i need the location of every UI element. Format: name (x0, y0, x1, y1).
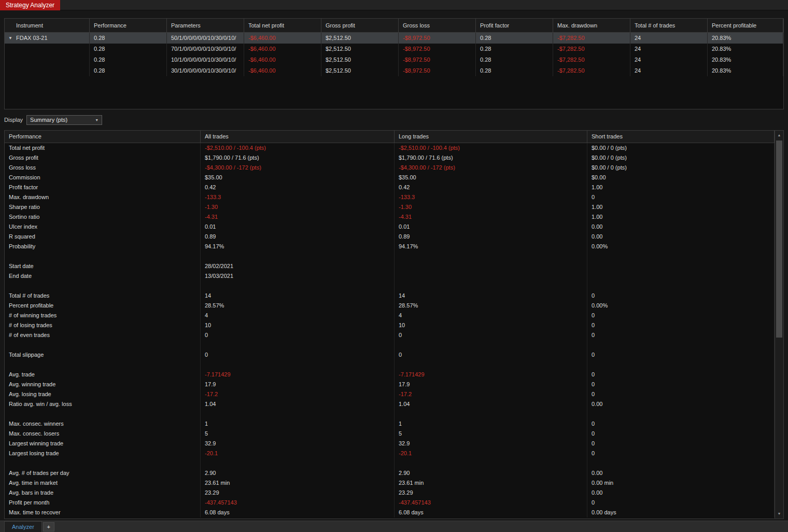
gross-loss-cell: -$8,972.50 (399, 33, 476, 44)
all-trades-value: 0 (201, 330, 395, 340)
instrument-cell: ▼FDAX 03-21 (5, 33, 90, 44)
all-trades-value: 10 (201, 320, 395, 330)
short-trades-value: 0 (587, 192, 775, 202)
all-trades-value: 28.57% (201, 301, 395, 311)
total-net-profit-cell: -$6,460.00 (244, 54, 321, 65)
metric-label: Max. time to recover (5, 508, 201, 517)
optimizer-row[interactable]: 0.2870/1/0/0/0/0/0/10/30/0/10/-$6,460.00… (5, 44, 783, 54)
short-trades-value: $0.00 / 0 (pts) (587, 143, 775, 153)
column-header-gross-profit[interactable]: Gross profit (321, 19, 399, 32)
performance-cell: 0.28 (90, 33, 167, 44)
long-trades-value: -1.30 (395, 202, 587, 212)
all-trades-value: 32.9 (201, 439, 395, 449)
strategy-analyzer-window: Strategy Analyzer Instrument Performance… (0, 0, 788, 532)
total-net-profit-cell: -$6,460.00 (244, 33, 321, 44)
summary-row: Max. consec. losers550 (5, 429, 775, 439)
optimizer-rows: ▼FDAX 03-210.2850/1/0/0/0/0/0/10/30/0/10… (5, 33, 783, 76)
profit-factor-cell: 0.28 (476, 54, 553, 65)
all-trades-value: 13/03/2021 (201, 271, 395, 281)
metric-label: Avg. winning trade (5, 380, 201, 389)
metric-label: Start date (5, 261, 201, 271)
column-header-max-drawdown[interactable]: Max. drawdown (553, 19, 630, 32)
bottom-tab-bar: Analyzer + (0, 521, 788, 532)
long-trades-value: 10 (395, 320, 587, 330)
summary-column-long-trades: Long trades (395, 131, 587, 143)
long-trades-value: 17.9 (395, 380, 587, 389)
instrument-label: FDAX 03-21 (16, 33, 48, 44)
percent-profitable-cell: 20.83% (708, 65, 783, 76)
short-trades-value: 0.00% (587, 242, 775, 251)
scroll-up-icon[interactable]: ▲ (775, 131, 783, 139)
summary-row: Gross profit$1,790.00 / 71.6 (pts)$1,790… (5, 153, 775, 163)
performance-summary-panel: Performance All trades Long trades Short… (4, 130, 784, 519)
optimization-results-panel: Instrument Performance Parameters Total … (4, 18, 784, 109)
max-drawdown-cell: -$7,282.50 (553, 44, 630, 54)
percent-profitable-cell: 20.83% (708, 33, 783, 44)
metric-label: # of winning trades (5, 311, 201, 320)
collapse-row-icon[interactable]: ▼ (5, 33, 16, 44)
long-trades-value: -133.3 (395, 192, 587, 202)
column-header-total-trades[interactable]: Total # of trades (630, 19, 708, 32)
column-header-parameters[interactable]: Parameters (167, 19, 244, 32)
summary-spacer-row (5, 281, 775, 291)
long-trades-value: 4 (395, 311, 587, 320)
all-trades-value: 23.61 min (201, 478, 395, 488)
long-trades-value: 28.57% (395, 301, 587, 311)
long-trades-value: 0.01 (395, 222, 587, 232)
long-trades-value: 1.04 (395, 399, 587, 409)
all-trades-value: 17.9 (201, 380, 395, 389)
column-header-percent-profitable[interactable]: Percent profitable (708, 19, 783, 32)
column-header-gross-loss[interactable]: Gross loss (399, 19, 476, 32)
all-trades-value (201, 458, 395, 468)
metric-label: Profit factor (5, 183, 201, 192)
long-trades-value (395, 261, 587, 271)
column-header-instrument[interactable]: Instrument (5, 19, 90, 32)
short-trades-value: 0 (587, 330, 775, 340)
metric-label: Avg. # of trades per day (5, 468, 201, 478)
short-trades-value (587, 251, 775, 261)
add-tab-button[interactable]: + (43, 522, 54, 531)
all-trades-value: -20.1 (201, 449, 395, 458)
tab-analyzer[interactable]: Analyzer (4, 521, 42, 532)
column-header-performance[interactable]: Performance (90, 19, 167, 32)
summary-row: Ulcer index0.010.010.00 (5, 222, 775, 232)
summary-row: Max. consec. winners110 (5, 419, 775, 429)
scroll-thumb[interactable] (776, 141, 782, 338)
gross-loss-cell: -$8,972.50 (399, 65, 476, 76)
short-trades-value (587, 458, 775, 468)
optimizer-row[interactable]: 0.2810/1/0/0/0/0/0/10/30/0/10/-$6,460.00… (5, 54, 783, 65)
optimizer-header-row: Instrument Performance Parameters Total … (5, 19, 783, 33)
summary-row: R squared0.890.890.00 (5, 232, 775, 242)
short-trades-value (587, 261, 775, 271)
summary-header-row: Performance All trades Long trades Short… (5, 131, 775, 143)
metric-label: Max. consec. losers (5, 429, 201, 439)
short-trades-value: $0.00 (587, 173, 775, 183)
vertical-scrollbar[interactable]: ▲ ▼ (775, 131, 783, 519)
summary-row: Sharpe ratio-1.30-1.301.00 (5, 202, 775, 212)
performance-cell: 0.28 (90, 44, 167, 54)
percent-profitable-cell: 20.83% (708, 54, 783, 65)
long-trades-value: 6.08 days (395, 508, 587, 517)
metric-label: Probability (5, 242, 201, 251)
short-trades-value: 0.00 (587, 488, 775, 498)
summary-column-performance: Performance (5, 131, 201, 143)
metric-label: Sortino ratio (5, 212, 201, 222)
display-dropdown[interactable]: Summary (pts) ▼ (26, 115, 102, 125)
profit-factor-cell: 0.28 (476, 65, 553, 76)
column-header-total-net-profit[interactable]: Total net profit (244, 19, 321, 32)
window-tab-strip: Strategy Analyzer (0, 0, 788, 10)
column-header-profit-factor[interactable]: Profit factor (476, 19, 553, 32)
scroll-down-icon[interactable]: ▼ (775, 510, 783, 518)
long-trades-value: -$2,510.00 / -100.4 (pts) (395, 143, 587, 153)
short-trades-value: 0 (587, 350, 775, 360)
optimizer-row[interactable]: 0.2830/1/0/0/0/0/0/10/30/0/10/-$6,460.00… (5, 65, 783, 76)
all-trades-value: -17.2 (201, 389, 395, 399)
all-trades-value (201, 281, 395, 291)
short-trades-value: 0 (587, 419, 775, 429)
optimizer-row[interactable]: ▼FDAX 03-210.2850/1/0/0/0/0/0/10/30/0/10… (5, 33, 783, 44)
max-drawdown-cell: -$7,282.50 (553, 54, 630, 65)
metric-label: R squared (5, 232, 201, 242)
total-trades-cell: 24 (630, 44, 708, 54)
window-title-tab[interactable]: Strategy Analyzer (0, 0, 60, 10)
percent-profitable-cell: 20.83% (708, 44, 783, 54)
